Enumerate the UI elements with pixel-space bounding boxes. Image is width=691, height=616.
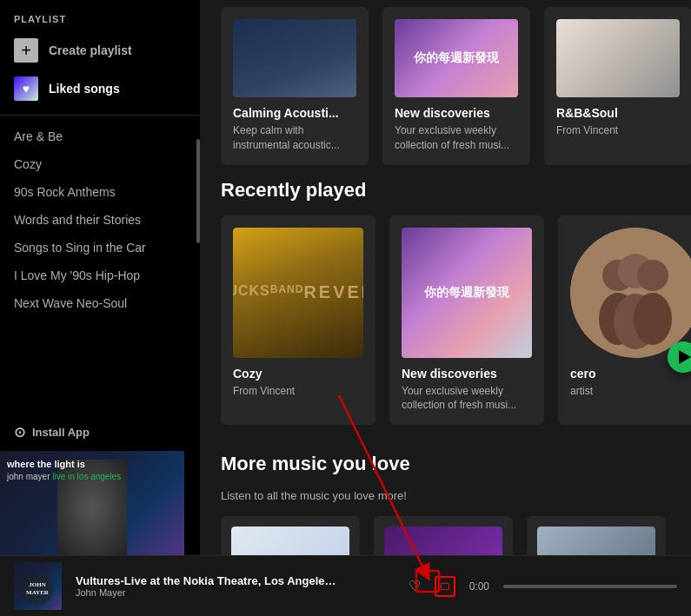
more-card-3-image <box>537 527 655 555</box>
calming-card-subtitle: Keep calm with instrumental acoustic... <box>233 123 356 153</box>
heart-liked-icon: ♥ <box>14 76 38 101</box>
player-track-info: Vultures-Live at the Nokia Theatre, Los … <box>76 574 395 598</box>
more-music-title: More music you love <box>221 453 670 475</box>
progress-bar[interactable] <box>503 585 677 588</box>
top-card-calming[interactable]: Calming Acousti... Keep calm with instru… <box>221 7 369 165</box>
cero-card-subtitle: artist <box>570 384 691 399</box>
player-track-title: Vultures-Live at the Nokia Theatre, Los … <box>76 574 336 587</box>
calming-card-image <box>233 19 356 97</box>
cero-card-image <box>570 228 691 358</box>
player-bar: Vultures-Live at the Nokia Theatre, Los … <box>0 555 691 616</box>
liked-songs-button[interactable]: ♥ Liked songs <box>0 70 200 108</box>
more-card-2-image <box>384 527 502 555</box>
newdisc-card-title: New discoveries <box>402 367 532 381</box>
time-display: 0:00 <box>469 580 489 593</box>
sidebar-item-90s-rock[interactable]: 90s Rock Anthems <box>7 178 193 206</box>
rnb-card-subtitle: From Vincent <box>556 123 680 138</box>
more-card-3[interactable] <box>527 516 666 555</box>
chinese-text-top: 你的每週新發現 <box>414 50 499 66</box>
sidebar-item-are-be[interactable]: Are & Be <box>7 123 193 150</box>
more-music-cards <box>221 516 670 555</box>
rnb-card-image <box>556 19 680 97</box>
more-card-2[interactable] <box>374 516 513 555</box>
main-content: Calming Acousti... Keep calm with instru… <box>200 0 691 555</box>
pip-icon <box>441 583 449 590</box>
sidebar-item-words[interactable]: Words and their Stories <box>7 206 193 234</box>
player-album-art <box>14 562 62 610</box>
recently-played-cozy-card[interactable]: TEDESCHI TRUCKS BAND REVELATOR BAND PHOT… <box>221 215 375 426</box>
new-disc-card-image: 你的每週新發現 <box>395 19 518 97</box>
sidebar-divider <box>0 115 200 116</box>
recently-played-cards: TEDESCHI TRUCKS BAND REVELATOR BAND PHOT… <box>221 215 670 426</box>
newdisc-card-subtitle: Your exclusive weekly collection of fres… <box>402 384 532 414</box>
sidebar-item-neo-soul[interactable]: Next Wave Neo-Soul <box>7 289 193 317</box>
like-button[interactable]: ♡ <box>409 578 421 594</box>
sidebar-item-cozy[interactable]: Cozy <box>7 150 193 178</box>
plus-icon: + <box>14 38 38 63</box>
rnb-card-title: R&B&Soul <box>556 106 680 120</box>
sidebar-item-hiphop[interactable]: I Love My '90s Hip-Hop <box>7 262 193 289</box>
sidebar-album-art: where the light is john mayer live in lo… <box>0 451 184 555</box>
cozy-card-image: TEDESCHI TRUCKS BAND REVELATOR BAND PHOT… <box>233 228 363 358</box>
sidebar-item-songs-sing[interactable]: Songs to Sing in the Car <box>7 234 193 262</box>
more-music-section: More music you love Listen to all the mu… <box>200 432 691 555</box>
recently-played-section: Recently played TEDESCHI TRUCKS BAND REV… <box>200 165 691 426</box>
calming-card-title: Calming Acousti... <box>233 106 356 120</box>
pip-button[interactable] <box>435 576 455 597</box>
more-music-subtitle: Listen to all the music you love more! <box>221 489 670 502</box>
download-icon: ⊙ <box>14 424 25 440</box>
recently-played-cero-card[interactable]: cero artist <box>558 215 691 426</box>
play-icon <box>679 350 691 364</box>
playlist-list: Are & Be Cozy 90s Rock Anthems Words and… <box>0 123 200 414</box>
recently-played-title: Recently played <box>221 179 670 202</box>
create-playlist-label: Create playlist <box>49 43 132 57</box>
player-art-image <box>14 562 62 610</box>
cozy-card-title: Cozy <box>233 367 363 381</box>
liked-songs-label: Liked songs <box>49 82 120 96</box>
svg-point-3 <box>637 260 668 291</box>
top-cards-section: Calming Acousti... Keep calm with instru… <box>200 0 691 165</box>
sidebar: PLAYLIST + Create playlist ♥ Liked songs… <box>0 0 200 555</box>
chinese-text-recently: 你的每週新發現 <box>424 285 509 301</box>
playlist-section-label: PLAYLIST <box>0 0 200 31</box>
new-disc-card-subtitle: Your exclusive weekly collection of fres… <box>395 123 518 153</box>
create-playlist-button[interactable]: + Create playlist <box>0 31 200 70</box>
top-card-rnb[interactable]: R&B&Soul From Vincent <box>544 7 691 165</box>
sidebar-scrollbar[interactable] <box>196 139 200 243</box>
new-disc-card-title: New discoveries <box>395 106 518 120</box>
svg-point-6 <box>634 293 672 345</box>
cozy-card-subtitle: From Vincent <box>233 384 363 399</box>
more-card-1-image <box>231 527 349 555</box>
recently-played-newdisc-card[interactable]: 你的每週新發現 New discoveries Your exclusive w… <box>389 215 544 426</box>
install-app-button[interactable]: ⊙ Install App <box>0 414 200 451</box>
top-card-new-discoveries[interactable]: 你的每週新發現 New discoveries Your exclusive w… <box>382 7 530 165</box>
more-card-1[interactable] <box>221 516 360 555</box>
newdisc-card-image: 你的每週新發現 <box>402 228 532 358</box>
player-track-artist: John Mayer <box>76 587 395 598</box>
install-app-label: Install App <box>32 426 90 439</box>
